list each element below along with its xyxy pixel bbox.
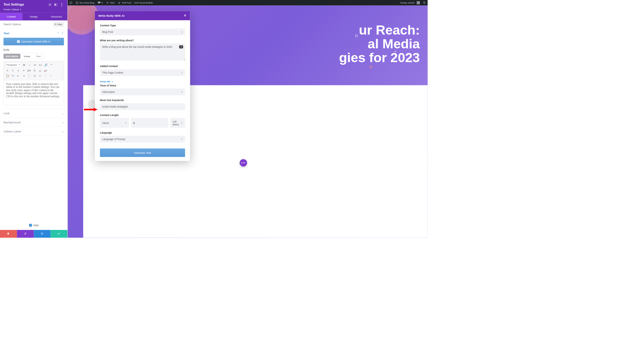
tone-label: Tone of Voice (100, 84, 185, 87)
language-select[interactable]: Language of Prompt (100, 136, 185, 142)
section-link-toggle[interactable]: Link⌄ (0, 109, 67, 118)
generate-text-button[interactable]: Generate Text (100, 149, 185, 157)
editor-tab-text[interactable]: Text (33, 54, 44, 59)
guide-label: Guide Me (100, 80, 110, 83)
content-type-label: Content Type (100, 24, 185, 27)
editor-content[interactable]: Your content goes here. Edit or remove t… (4, 80, 64, 105)
editor-mode-tabs: Visual Text (20, 53, 44, 59)
sidebar-title: Text Settings (4, 3, 47, 6)
redo-action-button[interactable]: ↻ (34, 230, 51, 238)
comments[interactable]: 0 (96, 0, 105, 6)
wp-admin-bar: My Great Blog 0 New Edit Post Exit Visua… (68, 0, 428, 6)
svg-rect-5 (55, 4, 56, 6)
about-label: What are you writing about? (100, 39, 185, 42)
length-about-select[interactable]: About (100, 118, 129, 128)
settings-sidebar: Text Settings ⋮ Preset: Default▼ Content… (0, 0, 68, 238)
length-unit-value: List Items (173, 120, 181, 126)
section-adminlabel-toggle[interactable]: Admin Label⌄ (0, 127, 67, 136)
add-media-button[interactable]: ADD MEDIA (4, 54, 20, 59)
more-icon[interactable]: ⋮ (59, 2, 64, 7)
strike-icon[interactable]: S (32, 68, 37, 73)
filter-button[interactable]: +Filter (53, 22, 64, 27)
table-icon[interactable]: ⊞▾ (27, 68, 32, 73)
help-link[interactable]: ?Help (0, 221, 67, 230)
expand-icon[interactable] (48, 2, 52, 7)
cancel-button[interactable]: ✖ (0, 230, 17, 238)
textcolor-icon[interactable]: A▾ (43, 68, 48, 73)
outdent-icon[interactable]: ⇥ (21, 73, 26, 78)
align-justify-icon[interactable]: ≡ (21, 68, 26, 73)
language-label: Language (100, 131, 185, 134)
context-label: Added Context (100, 65, 185, 68)
format-select[interactable]: Paragraph (5, 63, 21, 67)
edit-label: Edit Post (122, 1, 131, 4)
undo-icon[interactable]: ↶ (43, 73, 48, 78)
undo-action-button[interactable]: ↺ (17, 230, 34, 238)
wp-logo[interactable] (68, 0, 74, 6)
search-icon[interactable] (422, 0, 428, 6)
keywords-input[interactable] (100, 103, 185, 110)
indent-icon[interactable]: ⇤ (16, 73, 21, 78)
link-icon[interactable]: 🔗 (43, 62, 48, 67)
emoji-icon[interactable]: ☺ (37, 73, 42, 78)
redo-icon[interactable]: ↷ (48, 73, 53, 78)
edit-post[interactable]: Edit Post (116, 0, 133, 6)
exit-label: Exit Visual Builder (134, 1, 153, 4)
chevron-down-icon: ⌄ (62, 112, 64, 115)
quote-icon[interactable]: ❝ (49, 62, 54, 67)
content-type-value: Blog Post (102, 30, 113, 33)
underline-icon[interactable]: U (37, 68, 42, 73)
content-type-select[interactable]: Blog Post (100, 29, 185, 35)
italic-icon[interactable]: I (27, 62, 32, 67)
length-number-input[interactable] (131, 118, 168, 128)
context-select[interactable]: This Page Content (100, 69, 185, 76)
svg-point-2 (423, 2, 425, 3)
comments-count: 0 (102, 1, 103, 4)
tone-value: Informative (102, 91, 115, 93)
site-name[interactable]: My Great Blog (74, 0, 96, 6)
howdy-label: Howdy, admin (400, 1, 415, 4)
section-text-label: Text (4, 32, 9, 35)
howdy-user[interactable]: Howdy, admin (398, 0, 421, 6)
tab-content[interactable]: Content (0, 13, 23, 21)
close-icon[interactable]: ✕ (184, 13, 186, 18)
builder-fab[interactable]: ••• (240, 159, 247, 166)
omega-icon[interactable]: Ω (32, 73, 37, 78)
new-content[interactable]: New (105, 0, 117, 6)
section-text-toggle[interactable]: Text ⌃ ⋮ (0, 29, 67, 38)
tab-design[interactable]: Design (23, 13, 45, 21)
chevron-up-icon: ⌃ (57, 32, 59, 35)
section-background-label: Background (4, 121, 20, 124)
ol-icon[interactable]: ≡1 (38, 62, 43, 67)
section-more-icon[interactable]: ⋮ (61, 31, 64, 35)
about-textarea[interactable] (100, 43, 185, 60)
dock-icon[interactable] (54, 2, 58, 7)
editor-toolbar: Paragraph B I ≡• ≡1 🔗 ❝ ≡ ≡ ≡ ≡ ⊞▾ S U A… (4, 61, 64, 80)
filter-label: Filter (57, 23, 62, 26)
editor-tab-visual[interactable]: Visual (20, 54, 33, 59)
align-left-icon[interactable]: ≡ (5, 68, 10, 73)
tab-advanced[interactable]: Advanced (45, 13, 68, 21)
clear-icon[interactable]: T× (10, 73, 15, 78)
search-input[interactable] (4, 23, 53, 26)
guide-me-toggle[interactable]: Guide Me▲ (100, 80, 113, 83)
help-icon: ? (29, 224, 32, 227)
ai-badge-icon[interactable]: AI (179, 45, 183, 49)
ul-icon[interactable]: ≡• (32, 62, 37, 67)
align-right-icon[interactable]: ≡ (16, 68, 21, 73)
save-button[interactable]: ✔ (51, 230, 68, 238)
length-about-value: About (102, 122, 109, 125)
generate-ai-button[interactable]: AI Generate Content With AI (4, 38, 64, 45)
exit-builder[interactable]: Exit Visual Builder (133, 0, 155, 6)
align-center-icon[interactable]: ≡ (10, 68, 15, 73)
paste-icon[interactable]: 📋 (5, 73, 10, 78)
section-background-toggle[interactable]: Background⌄ (0, 118, 67, 127)
bold-icon[interactable]: B (22, 62, 27, 67)
section-link-label: Link (4, 112, 9, 115)
preset-selector[interactable]: Preset: Default▼ (4, 8, 64, 11)
length-unit-select[interactable]: List Items (170, 118, 185, 128)
ai-modal: Write Body With AI ✕ Content Type Blog P… (95, 11, 190, 161)
action-bar: ✖ ↺ ↻ ✔ (0, 230, 67, 238)
tone-select[interactable]: Informative (100, 88, 185, 95)
fullscreen-icon[interactable]: ⛶ (27, 73, 32, 78)
